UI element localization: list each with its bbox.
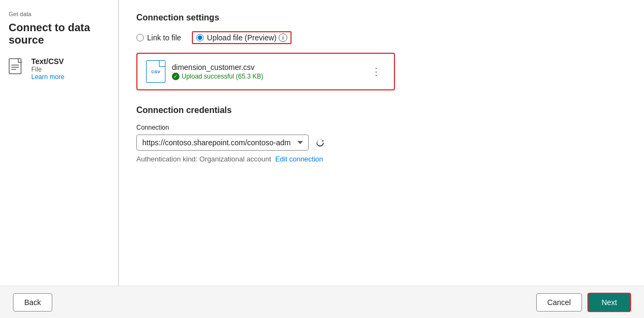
connection-row: https://contoso.sharepoint.com/contoso-a… [136,135,627,151]
sidebar-item-info: Text/CSV File Learn more [31,57,64,81]
file-info: CSV dimension_customer.csv ✓ Upload succ… [146,60,263,83]
sidebar-item-type: File [31,66,64,73]
upload-file-option[interactable]: Upload file (Preview) [196,33,276,42]
edit-connection-link[interactable]: Edit connection [275,155,323,163]
sidebar: Get data Connect to data source Text/CSV… [0,0,119,286]
sidebar-datasource-item: Text/CSV File Learn more [9,57,109,81]
auth-text: Authentication kind: Organizational acco… [136,155,271,163]
check-icon: ✓ [172,73,179,80]
refresh-icon [316,138,324,147]
upload-file-label: Upload file (Preview) [207,33,276,42]
sidebar-item-name: Text/CSV [31,57,64,66]
file-name: dimension_customer.csv [172,63,263,72]
upload-status: ✓ Upload successful (65.3 KB) [172,73,263,80]
link-to-file-radio[interactable] [136,34,144,41]
upload-file-option-wrapper: Upload file (Preview) i [192,31,292,44]
credentials-title: Connection credentials [136,105,627,115]
connection-dropdown[interactable]: https://contoso.sharepoint.com/contoso-a… [136,135,309,151]
learn-more-link[interactable]: Learn more [31,73,64,81]
upload-status-text: Upload successful (65.3 KB) [182,73,263,80]
main-panel: Connection settings Link to file Upload … [119,0,644,286]
back-button[interactable]: Back [13,293,52,312]
cancel-button[interactable]: Cancel [536,293,583,312]
page-title: Connect to data source [9,22,109,46]
connection-settings-title: Connection settings [136,13,627,23]
next-button[interactable]: Next [587,293,631,312]
file-more-options-button[interactable]: ⋮ [367,63,385,80]
refresh-connection-button[interactable] [313,136,327,150]
footer-right: Cancel Next [536,293,631,312]
credentials-section: Connection credentials Connection https:… [136,105,627,163]
link-to-file-label: Link to file [147,33,181,42]
file-details: dimension_customer.csv ✓ Upload successf… [172,63,263,80]
csv-file-icon: CSV [146,60,165,83]
footer: Back Cancel Next [0,286,644,318]
file-upload-box: CSV dimension_customer.csv ✓ Upload succ… [136,53,395,90]
connection-type-radio-group: Link to file Upload file (Preview) i [136,31,627,44]
connection-settings-section: Connection settings Link to file Upload … [136,13,627,90]
upload-info-icon[interactable]: i [279,33,287,42]
upload-file-radio[interactable] [196,34,204,41]
connection-field-label: Connection [136,124,627,131]
auth-info: Authentication kind: Organizational acco… [136,155,627,163]
text-csv-icon [9,58,26,77]
link-to-file-option[interactable]: Link to file [136,33,181,42]
breadcrumb: Get data [9,11,109,17]
svg-rect-0 [9,59,21,74]
